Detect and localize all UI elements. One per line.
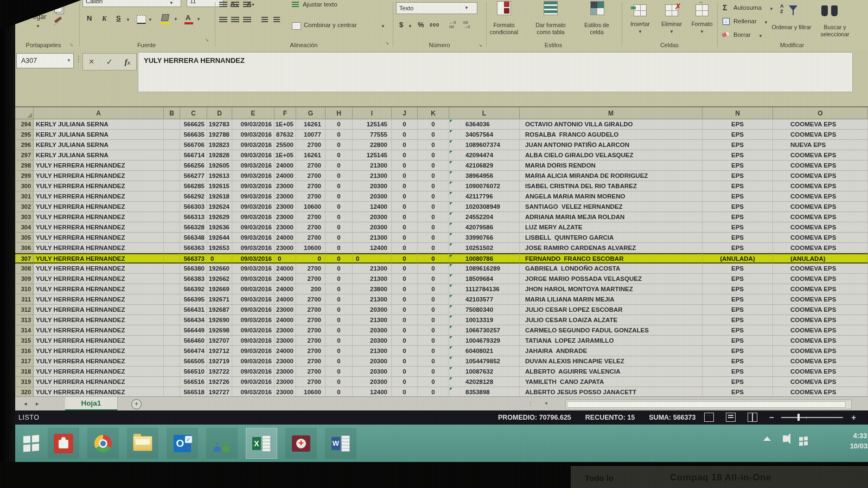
horizontal-scrollbar[interactable] bbox=[565, 400, 852, 409]
cell-D317[interactable]: 192719 bbox=[207, 356, 232, 367]
cell-O317[interactable]: COOMEVA EPS bbox=[773, 356, 868, 367]
borders-dropdown-icon[interactable]: ▼ bbox=[148, 17, 152, 22]
row-header-307[interactable]: 307 bbox=[15, 253, 34, 264]
cell-C297[interactable]: 566714 bbox=[180, 150, 207, 160]
cell-N310[interactable]: EPS bbox=[703, 284, 773, 294]
cell-A314[interactable]: YULY HERRERA HERNANDEZ bbox=[34, 325, 164, 336]
cell-H301[interactable]: 0 bbox=[326, 191, 353, 202]
cell-K304[interactable]: 0 bbox=[418, 222, 449, 233]
cell-K300[interactable]: 0 bbox=[418, 181, 449, 191]
cell-B305[interactable] bbox=[164, 233, 180, 243]
select-all-button[interactable] bbox=[15, 107, 34, 119]
cell-F315[interactable]: 23000 bbox=[275, 336, 296, 346]
cell-F312[interactable]: 23000 bbox=[275, 305, 296, 315]
cell-B294[interactable] bbox=[164, 119, 180, 130]
cell-I312[interactable]: 20300 bbox=[353, 305, 392, 315]
cell-M299[interactable]: MARIA ALICIA MIRANDA DE RODRIGUEZ bbox=[520, 171, 703, 181]
row-header-302[interactable]: 302 bbox=[15, 202, 34, 212]
cell-E300[interactable]: 09/03/2016 bbox=[232, 181, 275, 191]
cell-D294[interactable]: 192783 bbox=[207, 119, 232, 130]
cell-O307[interactable]: (ANULADA) bbox=[773, 253, 868, 264]
clipboard-dialog-launcher-icon[interactable]: ↘ bbox=[69, 42, 73, 47]
row-header-308[interactable]: 308 bbox=[15, 264, 34, 274]
cell-F317[interactable]: 23000 bbox=[275, 356, 296, 367]
cell-J314[interactable]: 0 bbox=[392, 325, 418, 336]
cell-O301[interactable]: COOMEVA EPS bbox=[773, 191, 868, 202]
cell-N319[interactable]: EPS bbox=[703, 377, 773, 387]
cell-B307[interactable] bbox=[164, 253, 180, 264]
cell-E305[interactable]: 09/03/2016 bbox=[232, 233, 275, 243]
cell-A303[interactable]: YULY HERRERA HERNANDEZ bbox=[34, 212, 164, 222]
cell-O297[interactable]: COOMEVA EPS bbox=[773, 150, 868, 160]
cell-J305[interactable]: 0 bbox=[392, 233, 418, 243]
column-header-E[interactable]: E bbox=[232, 107, 275, 119]
cell-F294[interactable]: 1E+05 bbox=[275, 119, 296, 130]
cell-B300[interactable] bbox=[164, 181, 180, 191]
cell-N315[interactable]: EPS bbox=[703, 336, 773, 346]
cell-B313[interactable] bbox=[164, 315, 180, 325]
row-header-296[interactable]: 296 bbox=[15, 140, 34, 150]
cell-A316[interactable]: YULY HERRERA HERNANDEZ bbox=[34, 346, 164, 356]
cell-J308[interactable]: 0 bbox=[392, 264, 418, 274]
cell-L307[interactable]: 10080786 bbox=[449, 253, 520, 264]
cell-K295[interactable]: 0 bbox=[418, 130, 449, 140]
cell-B311[interactable] bbox=[164, 294, 180, 305]
cell-F306[interactable]: 23000 bbox=[275, 243, 296, 253]
cell-L304[interactable]: 42079586 bbox=[449, 222, 520, 233]
cell-L308[interactable]: 1089616289 bbox=[449, 264, 520, 274]
cell-O305[interactable]: COOMEVA EPS bbox=[773, 233, 868, 243]
cell-K307[interactable]: 0 bbox=[418, 253, 449, 264]
volume-icon[interactable] bbox=[783, 435, 787, 442]
cell-K309[interactable]: 0 bbox=[418, 274, 449, 284]
cell-I300[interactable]: 20300 bbox=[353, 181, 392, 191]
cell-J310[interactable]: 0 bbox=[392, 284, 418, 294]
clear-button[interactable]: Borrar bbox=[733, 31, 751, 38]
cell-G294[interactable]: 16261 bbox=[296, 119, 326, 130]
cell-I314[interactable]: 20300 bbox=[353, 325, 392, 336]
cell-N307[interactable]: (ANULADA) bbox=[703, 253, 773, 264]
cell-M312[interactable]: JULIO CESAR LOPEZ ESCOBAR bbox=[520, 305, 703, 315]
cell-H315[interactable]: 0 bbox=[326, 336, 353, 346]
cell-G309[interactable]: 2700 bbox=[296, 274, 326, 284]
cell-O319[interactable]: COOMEVA EPS bbox=[773, 377, 868, 387]
format-as-table-button[interactable]: Dar formato como tabla bbox=[532, 22, 570, 35]
cell-N302[interactable]: EPS bbox=[703, 202, 773, 212]
cell-J301[interactable]: 0 bbox=[392, 191, 418, 202]
cell-E314[interactable]: 09/03/2016 bbox=[232, 325, 275, 336]
cell-G302[interactable]: 10600 bbox=[296, 202, 326, 212]
cell-H297[interactable]: 0 bbox=[326, 150, 353, 160]
cell-G297[interactable]: 16261 bbox=[296, 150, 326, 160]
cell-G298[interactable]: 2700 bbox=[296, 160, 326, 171]
cell-E312[interactable]: 09/03/2016 bbox=[232, 305, 275, 315]
cell-D309[interactable]: 192662 bbox=[207, 274, 232, 284]
percent-style-button[interactable]: % bbox=[418, 21, 424, 29]
cell-A302[interactable]: YULY HERRERA HERNANDEZ bbox=[34, 202, 164, 212]
cell-D299[interactable]: 192613 bbox=[207, 171, 232, 181]
cell-O309[interactable]: COOMEVA EPS bbox=[773, 274, 868, 284]
autosum-dropdown-icon[interactable]: ▼ bbox=[769, 7, 774, 11]
cell-J312[interactable]: 0 bbox=[392, 305, 418, 315]
cell-N304[interactable]: EPS bbox=[703, 222, 773, 233]
cell-M318[interactable]: ALBERTO AGUIRRE VALENCIA bbox=[520, 367, 703, 377]
cell-I316[interactable]: 21300 bbox=[353, 346, 392, 356]
format-dropdown-icon[interactable]: ▼ bbox=[700, 29, 704, 34]
cell-J313[interactable]: 0 bbox=[392, 315, 418, 325]
cell-H311[interactable]: 0 bbox=[326, 294, 353, 305]
cell-C303[interactable]: 566313 bbox=[180, 212, 207, 222]
conditional-formatting-button[interactable]: Formato condicional bbox=[486, 22, 522, 35]
cell-K301[interactable]: 0 bbox=[418, 191, 449, 202]
cell-D303[interactable]: 192629 bbox=[207, 212, 232, 222]
cell-B315[interactable] bbox=[164, 336, 180, 346]
cell-N308[interactable]: EPS bbox=[703, 264, 773, 274]
cell-B317[interactable] bbox=[164, 356, 180, 367]
cell-F307[interactable]: 0 bbox=[275, 253, 296, 264]
cell-G319[interactable]: 2700 bbox=[296, 377, 326, 387]
cell-D302[interactable]: 192624 bbox=[207, 202, 232, 212]
taskbar-button-puzzle-app[interactable] bbox=[48, 428, 79, 459]
row-header-319[interactable]: 319 bbox=[15, 377, 34, 387]
cell-M313[interactable]: JULIO CESAR LOAIZA ALZATE bbox=[520, 315, 703, 325]
cell-G316[interactable]: 2700 bbox=[296, 346, 326, 356]
cell-A317[interactable]: YULY HERRERA HERNANDEZ bbox=[34, 356, 164, 367]
cell-I301[interactable]: 20300 bbox=[353, 191, 392, 202]
cell-H314[interactable]: 0 bbox=[326, 325, 353, 336]
